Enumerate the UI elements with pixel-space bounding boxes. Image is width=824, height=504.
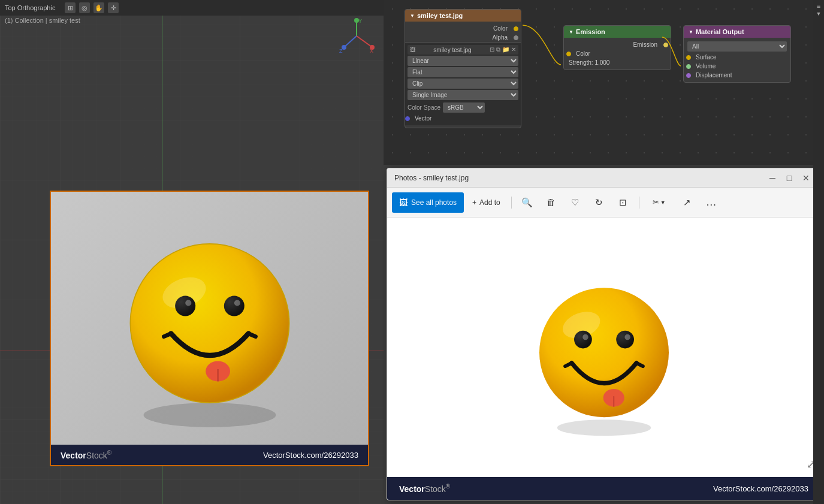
projection-dropdown-row: Flat [408, 67, 518, 77]
photos-title: Photos - smiley test.jpg [394, 174, 469, 182]
emission-node-header: ▼ Emission [564, 26, 671, 38]
see-all-photos-button[interactable]: 🖼 See all photos [392, 192, 464, 213]
displacement-label: Displacement [696, 72, 732, 79]
minimize-button[interactable]: ─ [765, 171, 780, 185]
image-sub-icons: ⊡ ⧉ 📁 ✕ [490, 46, 516, 53]
delete-icon: 🗑 [547, 197, 556, 207]
crop-button[interactable]: ⊡ [612, 192, 634, 213]
projection-select[interactable]: Flat [408, 67, 518, 77]
svg-line-9 [357, 36, 372, 47]
color-space-row: Color Space sRGB [408, 101, 518, 114]
image-browse-icon[interactable]: ⊡ [490, 46, 494, 53]
emission-node[interactable]: ▼ Emission Emission Color Strength: 1.00… [563, 25, 671, 70]
vector-input-socket[interactable] [405, 116, 410, 121]
photos-titlebar: Photos - smiley test.jpg ─ □ ✕ [387, 168, 820, 188]
emission-color-socket[interactable] [566, 52, 571, 56]
edit-create-button[interactable]: ✂ ▼ [644, 192, 674, 213]
add-to-button[interactable]: + Add to [466, 192, 506, 213]
image-folder-icon[interactable]: 📁 [502, 46, 509, 53]
close-button[interactable]: ✕ [799, 171, 813, 185]
image-close-icon[interactable]: ✕ [511, 46, 516, 53]
minimize-icon: ─ [769, 173, 775, 183]
heart-icon: ♡ [571, 197, 579, 208]
color-output-socket[interactable] [514, 26, 518, 31]
plus-icon[interactable]: ✛ [108, 2, 119, 13]
color-space-select[interactable]: sRGB [443, 102, 485, 113]
photos-watermark: VectorStock® VectorStock.com/26292033 [387, 477, 820, 500]
zoom-in-button[interactable]: 🔍 [517, 192, 538, 213]
camera-icon[interactable]: ◎ [79, 2, 90, 13]
material-all-select[interactable]: All [687, 41, 787, 52]
blender-smiley-svg [108, 227, 312, 430]
svg-line-20 [248, 334, 255, 337]
blender-watermark: VectorStock® VectorStock.com/26292033 [51, 445, 368, 465]
right-panel-icon-2[interactable]: ▼ [816, 11, 822, 17]
extension-select[interactable]: Clip [408, 79, 518, 89]
svg-point-28 [616, 330, 634, 348]
emission-node-body: Emission Color Strength: 1.000 [564, 38, 671, 70]
node-editor-background: ▼ smiley test.jpg Color Alpha 🖼 smiley t… [384, 0, 824, 165]
material-output-body: All Surface Volume Displacement [684, 38, 790, 82]
material-output-node[interactable]: ▼ Material Output All Surface Volume [683, 25, 791, 83]
svg-line-19 [164, 334, 171, 337]
hand-icon[interactable]: ✋ [93, 2, 104, 13]
interpolation-select[interactable]: Linear [408, 56, 518, 66]
delete-button[interactable]: 🗑 [541, 192, 562, 213]
material-dropdown-row: All [684, 40, 790, 53]
blender-viewport: Top Orthographic ⊞ ◎ ✋ ✛ (1) Collection … [0, 0, 384, 504]
image-texture-subpanel: 🖼 smiley test.jpg ⊡ ⧉ 📁 ✕ Linear [405, 42, 521, 125]
grid-icon[interactable]: ⊞ [65, 2, 76, 13]
surface-socket[interactable] [686, 55, 691, 60]
displacement-row: Displacement [684, 71, 790, 80]
photos-smiley-svg [523, 278, 685, 440]
svg-point-23 [557, 420, 651, 436]
source-select[interactable]: Single Image [408, 90, 518, 100]
emission-collapse-triangle: ▼ [569, 29, 574, 35]
maximize-button[interactable]: □ [782, 171, 796, 185]
favorite-button[interactable]: ♡ [565, 192, 586, 213]
image-texture-node[interactable]: ▼ smiley test.jpg Color Alpha 🖼 smiley t… [405, 9, 521, 128]
volume-row: Volume [684, 62, 790, 71]
color-output-row: Color [405, 24, 521, 33]
image-texture-node-title: smiley test.jpg [417, 12, 463, 19]
emission-node-title: Emission [576, 28, 605, 35]
share-button[interactable]: ↗ [677, 192, 698, 213]
axis-widget: Y Z X [339, 18, 375, 56]
right-panel-icon-1[interactable]: ≡ [817, 2, 820, 10]
interpolation-dropdown-row: Linear [408, 56, 518, 66]
more-options-button[interactable]: … [701, 192, 722, 213]
blender-viewport-image: VectorStock® VectorStock.com/26292033 [50, 191, 369, 466]
toolbar-divider-1 [511, 197, 512, 209]
add-to-label: Add to [479, 198, 500, 207]
svg-text:Z: Z [339, 48, 343, 54]
alpha-output-label: Alpha [492, 34, 508, 41]
color-space-label: Color Space [408, 104, 440, 111]
svg-point-17 [224, 296, 244, 316]
vector-label: Vector [415, 115, 431, 122]
source-dropdown-row: Single Image [408, 90, 518, 100]
image-copy-icon[interactable]: ⧉ [496, 46, 500, 53]
photos-watermark-url: VectorStock.com/26292033 [713, 484, 808, 493]
extension-dropdown-row: Clip [408, 79, 518, 89]
photos-watermark-brand: VectorStock® [399, 483, 450, 494]
svg-point-27 [582, 334, 588, 339]
node-editor: ▼ smiley test.jpg Color Alpha 🖼 smiley t… [384, 0, 824, 165]
blender-watermark-brand: VectorStock® [61, 449, 111, 460]
zoom-in-icon: 🔍 [521, 197, 533, 208]
svg-point-18 [234, 300, 240, 306]
displacement-socket[interactable] [686, 73, 691, 78]
chevron-icon: ▼ [660, 200, 666, 206]
rotate-button[interactable]: ↻ [588, 192, 610, 213]
volume-socket[interactable] [686, 64, 691, 69]
emission-output-socket[interactable] [663, 43, 668, 47]
blender-header: Top Orthographic ⊞ ◎ ✋ ✛ [0, 0, 384, 16]
volume-label: Volume [696, 63, 716, 70]
alpha-output-socket[interactable] [514, 35, 518, 40]
svg-point-15 [175, 296, 195, 316]
image-texture-node-header: ▼ smiley test.jpg [405, 10, 521, 22]
image-filename-bar[interactable]: 🖼 smiley test.jpg ⊡ ⧉ 📁 ✕ [408, 45, 518, 55]
more-icon: … [706, 196, 717, 209]
vector-input-row: Vector [408, 114, 518, 123]
maximize-icon: □ [787, 173, 792, 183]
svg-point-26 [574, 330, 592, 348]
